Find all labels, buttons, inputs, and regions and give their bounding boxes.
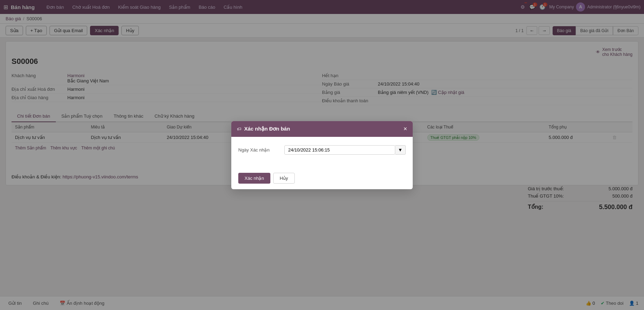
modal-date-field: Ngày Xác nhận ▼ xyxy=(238,145,406,155)
modal-footer: Xác nhận Hủy xyxy=(231,169,413,189)
modal-date-label: Ngày Xác nhận xyxy=(238,147,280,153)
modal-date-input-wrap: ▼ xyxy=(284,145,406,155)
modal-cancel-button[interactable]: Hủy xyxy=(273,173,295,184)
confirm-modal: 🏷 Xác nhận Đơn bán × Ngày Xác nhận ▼ Xác… xyxy=(231,121,413,189)
modal-overlay[interactable]: 🏷 Xác nhận Đơn bán × Ngày Xác nhận ▼ Xác… xyxy=(0,0,644,212)
modal-title: Xác nhận Đơn bán xyxy=(244,126,400,132)
modal-date-input[interactable] xyxy=(284,145,395,155)
date-picker-button[interactable]: ▼ xyxy=(395,145,406,155)
modal-confirm-button[interactable]: Xác nhận xyxy=(238,173,270,184)
modal-header: 🏷 Xác nhận Đơn bán × xyxy=(231,121,413,137)
modal-body: Ngày Xác nhận ▼ xyxy=(231,137,413,169)
modal-close-button[interactable]: × xyxy=(403,125,407,133)
modal-tag-icon: 🏷 xyxy=(237,126,241,132)
